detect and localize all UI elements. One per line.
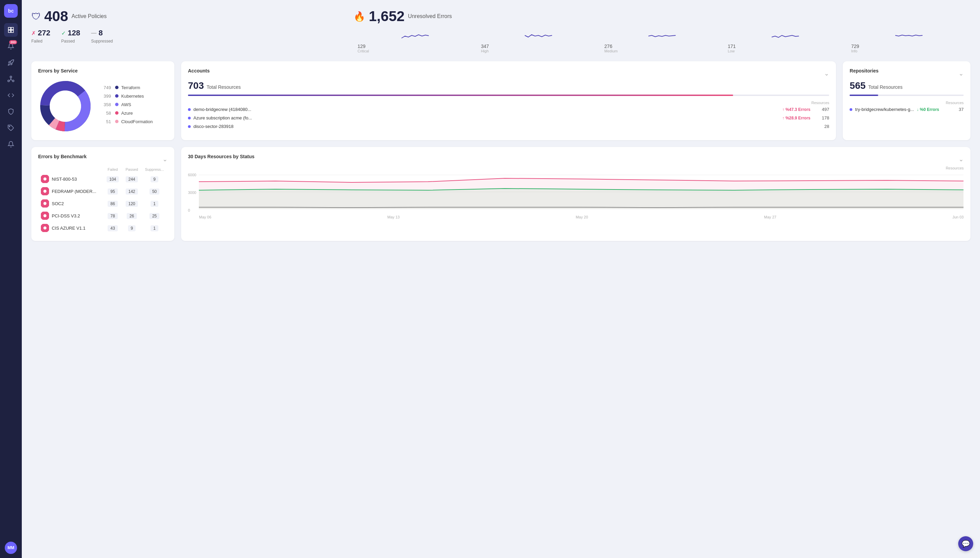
account-error-0: ↑ %47.3 Errors [782,107,816,112]
unresolved-errors-header: 🔥 1,652 Unresolved Errors [354,8,970,25]
benchmark-row: FEDRAMP (MODER... 95 142 50 [38,185,168,197]
sidebar-item-network[interactable] [4,72,18,86]
alert-badge: 203 [9,40,17,44]
sidebar-item-rocket[interactable] [4,56,18,69]
sidebar-item-puzzle[interactable] [4,121,18,135]
svg-rect-2 [8,30,11,33]
bm-name-cell: SOC2 [38,197,103,210]
benchmark-title: Errors by Benchmark [38,154,86,159]
critical-sparkline: 129 Critical [354,29,477,53]
bm-suppressed-cell: 50 [141,185,168,197]
repo-error-0: ↓ %0 Errors [917,107,951,112]
accounts-progress-wrap [188,95,829,96]
critical-count: 129 [357,44,366,49]
app-logo[interactable]: bc [4,4,18,18]
repos-total: 565 [850,80,866,91]
bm-failed-cell: 86 [103,197,122,210]
bm-failed-cell: 43 [103,222,122,234]
svg-point-17 [42,188,48,194]
svg-rect-0 [8,28,11,30]
benchmark-row: CIS AZURE V1.1 43 9 1 [38,222,168,234]
bm-failed-cell: 95 [103,185,122,197]
svg-point-7 [9,126,10,127]
failed-label: Failed [31,39,43,44]
passed-icon: ✓ [61,30,66,36]
active-policies-count: 408 [44,8,68,25]
passed-stat: ✓ 128 Passed [61,29,81,44]
benchmark-chevron[interactable]: ⌄ [162,156,168,163]
sidebar-item-shield[interactable] [4,105,18,118]
accounts-total-label: Total Resources [207,84,241,90]
bm-passed-cell: 244 [122,173,141,185]
svg-point-6 [12,80,14,82]
user-avatar[interactable]: MM [5,542,17,554]
sidebar-item-bell[interactable] [4,138,18,151]
chart-wrapper: 6000 3000 0 [188,171,964,219]
benchmark-table: Failed Passed Suppress... NIST-800-53 10… [38,166,168,234]
svg-point-26 [42,225,48,231]
accounts-title: Accounts [188,68,210,74]
chat-button[interactable]: 💬 [958,536,973,551]
accounts-col-header: Resources [188,101,829,105]
low-sparkline: 171 Low [724,29,847,53]
unresolved-errors-block: 🔥 1,652 Unresolved Errors 129 Critical [354,8,970,53]
high-label: High [481,49,489,53]
bm-suppressed-cell: 9 [141,173,168,185]
bm-name-cell: PCI-DSS V3.2 [38,210,103,222]
accounts-card: Accounts ⌄ 703 Total Resources Resources… [181,61,836,140]
sidebar-item-alerts[interactable]: 203 [4,39,18,53]
suppressed-icon: — [91,30,96,36]
accounts-chevron[interactable]: ⌄ [824,70,829,77]
critical-label: Critical [357,49,369,53]
benchmark-row: NIST-800-53 104 244 9 [38,173,168,185]
sidebar-item-dashboard[interactable] [4,23,18,37]
medium-count: 276 [604,44,612,49]
svg-rect-3 [11,30,14,33]
accounts-header: Accounts ⌄ [188,68,829,79]
svg-point-5 [8,80,10,82]
bm-suppressed-cell: 25 [141,210,168,222]
account-error-1: ↑ %28.9 Errors [782,116,816,120]
svg-point-13 [50,90,81,122]
bottom-row: Errors by Benchmark ⌄ Failed Passed Supp… [31,147,970,241]
repos-chevron[interactable]: ⌄ [959,70,964,77]
resources-status-card: 30 Days Resources by Status ⌄ Resources … [181,147,970,241]
chart-area: May 06 May 13 May 20 May 27 Jun 03 [199,171,964,219]
sidebar-item-code[interactable] [4,89,18,102]
account-resources-2: 28 [819,124,829,129]
bm-failed-cell: 78 [103,210,122,222]
bm-name-cell: CIS AZURE V1.1 [38,222,103,234]
y-axis: 6000 3000 0 [188,171,199,212]
repos-title: Repositories [850,68,878,74]
svg-point-23 [42,213,48,219]
passed-label: Passed [61,39,75,44]
account-row-0: demo-bridgecrew (4184080... ↑ %47.3 Erro… [188,107,829,112]
bm-passed-cell: 142 [122,185,141,197]
high-count: 347 [481,44,489,49]
donut-chart [38,79,92,133]
legend-terraform: 749 Terraform [101,85,168,90]
donut-section: 749 Terraform 399 Kubernetes 358 AWS [38,79,168,133]
policy-sub-stats: ✗ 272 Failed ✓ 128 Passed — 8 [31,29,340,44]
active-policies-block: 🛡 408 Active Policies ✗ 272 Failed ✓ 128 [31,8,340,44]
errors-by-service-title: Errors by Service [38,68,168,74]
suppressed-count: 8 [99,29,102,38]
failed-icon: ✗ [31,30,36,36]
info-label: Info [851,49,857,53]
repositories-card: Repositories ⌄ 565 Total Resources Resou… [843,61,970,140]
account-name-0: demo-bridgecrew (4184080... [193,107,779,112]
bm-suppressed-cell: 1 [141,197,168,210]
repos-total-label: Total Resources [868,84,903,90]
resources-status-col-header: Resources [188,166,964,170]
svg-point-14 [42,176,48,182]
suppressed-label: Suppressed [91,39,113,44]
accounts-progress-fill [188,95,733,96]
repo-name-0: try-bridgecrew/kubernetes-g... [855,107,914,112]
active-policies-header: 🛡 408 Active Policies [31,8,340,25]
legend-kubernetes: 399 Kubernetes [101,94,168,98]
resources-status-chevron[interactable]: ⌄ [959,156,964,163]
errors-by-service-card: Errors by Service 749 [31,61,175,140]
bm-passed-cell: 120 [122,197,141,210]
fire-icon: 🔥 [354,11,366,22]
account-name-1: Azure subscription acme (fo... [193,115,779,120]
